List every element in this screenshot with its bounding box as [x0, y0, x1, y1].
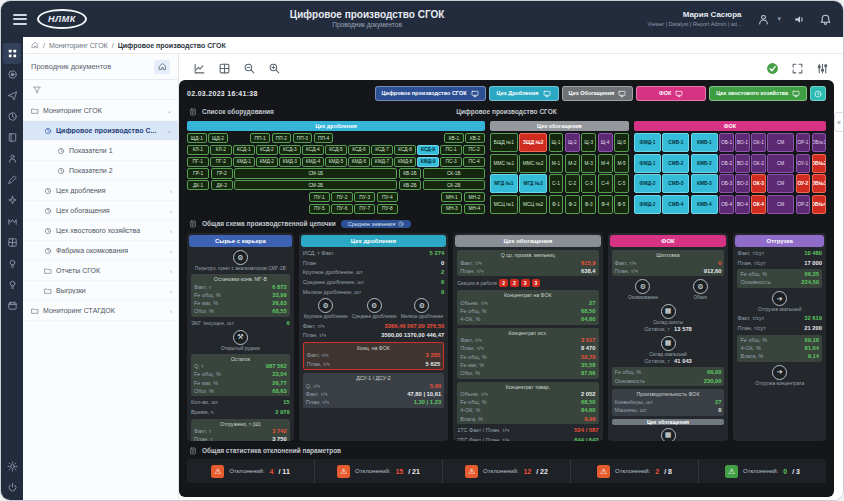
equipment-cell[interactable]: Щ-4: [598, 133, 613, 152]
equipment-cell[interactable]: ПУ-2: [331, 192, 352, 202]
equipment-cell[interactable]: ОБ№4: [812, 195, 826, 214]
equipment-cell[interactable]: Ф-4: [598, 195, 613, 214]
equipment-cell[interactable]: ЩД-1: [187, 133, 207, 143]
equipment-cell[interactable]: МН-4: [464, 204, 485, 214]
target-icon[interactable]: [3, 64, 21, 85]
zoom-out-icon[interactable]: [243, 61, 256, 74]
equipment-cell[interactable]: КМД-7: [371, 157, 393, 167]
equipment-cell[interactable]: ПУ-7: [354, 204, 375, 214]
equipment-cell[interactable]: М-3: [581, 154, 596, 173]
equipment-cell[interactable]: ВО-3: [735, 174, 749, 193]
equipment-cell[interactable]: М-2: [565, 154, 580, 173]
equipment-cell[interactable]: Щ-2: [565, 133, 580, 152]
equipment-cell[interactable]: ОБ№1: [812, 133, 826, 152]
average-values-badge[interactable]: Средние значения: [341, 220, 411, 228]
power-icon[interactable]: [3, 477, 21, 498]
book-icon[interactable]: [3, 127, 21, 148]
equipment-cell[interactable]: КМД-5: [325, 157, 347, 167]
pencil-edit-icon[interactable]: [3, 169, 21, 190]
equipment-cell[interactable]: ПГ-2: [210, 157, 232, 167]
equipment-cell[interactable]: СМ: [767, 154, 794, 173]
equipment-cell[interactable]: МСЦ №1: [490, 195, 518, 214]
line-chart-icon[interactable]: [193, 61, 206, 74]
equipment-cell[interactable]: СМ: [767, 174, 794, 193]
equipment-cell[interactable]: ОУ-2: [796, 174, 810, 193]
fit-screen-icon[interactable]: [791, 61, 804, 74]
compass-gauge-icon[interactable]: [3, 106, 21, 127]
hamburger-menu-icon[interactable]: [13, 14, 27, 25]
equipment-cell[interactable]: ОБ-2: [719, 154, 733, 173]
equipment-cell[interactable]: КМД-2: [256, 157, 278, 167]
sidebar-home-button[interactable]: [154, 60, 170, 74]
equipment-cell[interactable]: ДК-1: [187, 180, 209, 190]
equipment-cell[interactable]: СК-1Б: [423, 168, 485, 178]
spark-icon[interactable]: [3, 190, 21, 211]
equipment-cell[interactable]: ПС-1: [440, 145, 462, 155]
equipment-cell[interactable]: ПГ-1: [187, 157, 209, 167]
equipment-cell[interactable]: СМБ-1: [662, 133, 689, 152]
equipment-cell[interactable]: ВО-4: [735, 195, 749, 214]
status-check-icon[interactable]: [766, 61, 779, 74]
equipment-cell[interactable]: КВ-1Б: [399, 168, 421, 178]
gear-settings-icon[interactable]: [3, 456, 21, 477]
equipment-cell[interactable]: СК-2Б: [423, 180, 485, 190]
equipment-cell[interactable]: ОК-2: [751, 154, 765, 173]
equipment-cell[interactable]: ММС №1: [490, 154, 518, 173]
equipment-cell[interactable]: КСД-3: [279, 145, 301, 155]
equipment-cell[interactable]: КВ-1: [444, 133, 464, 143]
equipment-cell[interactable]: М-4: [598, 154, 613, 173]
equipment-cell[interactable]: КМД-6: [348, 157, 370, 167]
equipment-cell[interactable]: ОБ-3: [719, 174, 733, 193]
tree-item-2[interactable]: Показатели 1: [23, 141, 178, 161]
equipment-cell[interactable]: ПУ-4: [377, 192, 398, 202]
m-flow-icon[interactable]: [3, 211, 21, 232]
dashboard-tab-2[interactable]: Цех Обогащения: [562, 86, 634, 101]
equipment-cell[interactable]: ВО-1: [735, 133, 749, 152]
equipment-cell[interactable]: ПУ-6: [331, 204, 352, 214]
equipment-cell[interactable]: С-2: [565, 174, 580, 193]
dashboard-tab-1[interactable]: Цех Дробления: [489, 86, 559, 101]
equipment-cell[interactable]: МН-3: [441, 204, 462, 214]
send-plane-icon[interactable]: [3, 85, 21, 106]
equipment-cell[interactable]: КМД-1: [233, 157, 255, 167]
equipment-cell[interactable]: КСД-7: [371, 145, 393, 155]
equipment-cell[interactable]: КЛ-1: [187, 145, 209, 155]
equipment-cell[interactable]: ПП-4: [314, 133, 334, 143]
equipment-cell[interactable]: ФМД-2: [634, 195, 661, 214]
tree-item-0[interactable]: Мониторинг СГОК⌄: [23, 101, 178, 121]
tree-item-5[interactable]: Цех обогащения›: [23, 201, 178, 221]
equipment-cell[interactable]: КСД-5: [325, 145, 347, 155]
equipment-cell[interactable]: М-1: [549, 154, 564, 173]
equipment-cell[interactable]: КВ-2: [465, 133, 485, 143]
equipment-cell[interactable]: ПУ-8: [377, 204, 398, 214]
equipment-cell[interactable]: МН-2: [464, 192, 485, 202]
equipment-cell[interactable]: С-5: [614, 174, 629, 193]
equipment-cell[interactable]: Ф-2: [565, 195, 580, 214]
equipment-cell[interactable]: ОБ№3: [812, 174, 826, 193]
equipment-cell[interactable]: ПП-1: [250, 133, 270, 143]
equipment-cell[interactable]: КСД-4: [302, 145, 324, 155]
equipment-cell[interactable]: КСД-1: [233, 145, 255, 155]
breadcrumb-root[interactable]: Мониторинг СГОК: [49, 42, 108, 49]
user-avatar-icon[interactable]: [755, 11, 771, 27]
filter-sliders-icon[interactable]: [816, 61, 829, 74]
equipment-cell[interactable]: МГД №1: [490, 174, 518, 193]
user-profile-icon[interactable]: [3, 148, 21, 169]
equipment-cell[interactable]: ОБ-1: [719, 133, 733, 152]
equipment-cell[interactable]: ОБ-4: [719, 195, 733, 214]
dashboard-tab-0[interactable]: Цифровое производство СГОК: [375, 86, 486, 101]
equipment-cell[interactable]: СМ: [767, 195, 794, 214]
equipment-cell[interactable]: Щ-1: [549, 133, 564, 152]
equipment-cell[interactable]: ОР-1: [796, 133, 810, 152]
equipment-cell[interactable]: КСД-6: [348, 145, 370, 155]
equipment-cell[interactable]: ГР-1: [187, 168, 209, 178]
equipment-cell[interactable]: КМБ-4: [691, 195, 718, 214]
equipment-cell[interactable]: ЩД-2: [208, 133, 228, 143]
tree-item-8[interactable]: Отчеты СГОК›: [23, 261, 178, 281]
bulb-idea-2-icon[interactable]: [3, 274, 21, 295]
equipment-cell[interactable]: ВО-2: [735, 154, 749, 173]
equipment-cell[interactable]: Ф-3: [581, 195, 596, 214]
equipment-cell[interactable]: ОК-1: [751, 133, 765, 152]
speaker-icon[interactable]: [791, 11, 807, 27]
equipment-cell[interactable]: СМБ-4: [662, 195, 689, 214]
